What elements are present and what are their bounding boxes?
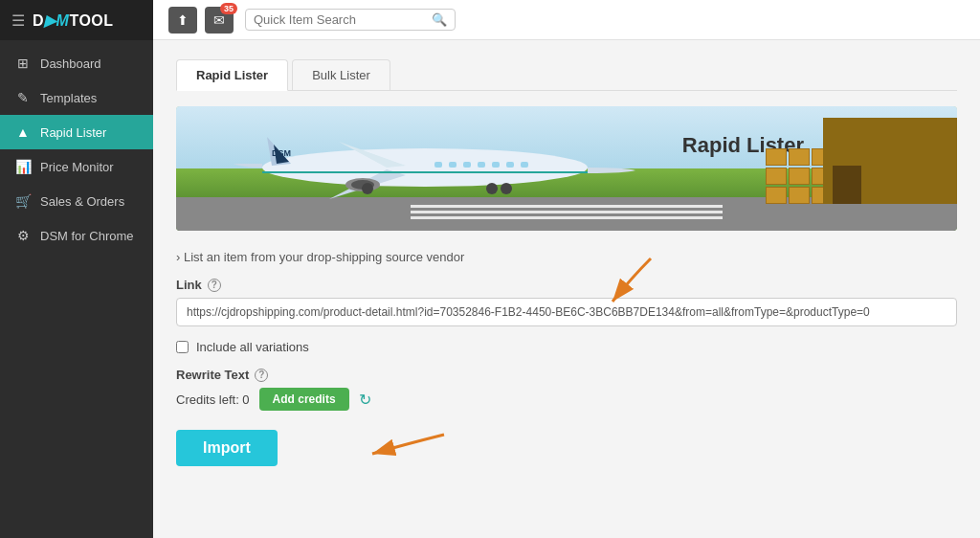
banner: DSM Rapid Lister <box>176 106 957 231</box>
tab-bulk-lister[interactable]: Bulk Lister <box>292 59 390 90</box>
box <box>766 148 787 166</box>
sidebar-item-label: Rapid Lister <box>40 125 106 140</box>
sales-orders-icon: 🛒 <box>15 193 31 209</box>
mail-icon: ✉ <box>213 12 225 28</box>
sidebar-item-sales-orders[interactable]: 🛒 Sales & Orders <box>0 184 153 218</box>
upload-button[interactable]: ⬆ <box>168 7 197 34</box>
rewrite-info-icon[interactable]: ? <box>255 369 268 382</box>
sidebar-item-label: Templates <box>40 91 97 105</box>
warehouse-door <box>833 166 861 204</box>
credits-row: Credits left: 0 Add credits ↻ <box>176 388 957 411</box>
box <box>789 148 810 166</box>
search-icon: 🔍 <box>432 12 447 27</box>
banner-warehouse <box>823 118 957 204</box>
tabs: Rapid Lister Bulk Lister <box>176 59 957 91</box>
upload-icon: ⬆ <box>177 12 189 28</box>
svg-rect-7 <box>492 162 500 168</box>
import-button[interactable]: Import <box>176 430 278 466</box>
mail-badge: 35 <box>220 3 237 14</box>
main-area: ⬆ ✉ 35 🔍 Rapid Lister Bulk Lister <box>153 0 980 538</box>
link-info-icon[interactable]: ? <box>208 279 221 292</box>
sidebar-item-dashboard[interactable]: ⊞ Dashboard <box>0 46 153 80</box>
svg-point-12 <box>501 183 512 194</box>
include-variations-checkbox[interactable] <box>176 341 189 353</box>
sidebar: ☰ D▶MTOOL ⊞ Dashboard ✎ Templates ▲ Rapi… <box>0 0 153 538</box>
price-monitor-icon: 📊 <box>15 159 31 174</box>
box <box>766 168 787 185</box>
link-section: Link ? <box>176 278 957 326</box>
link-label: Link ? <box>176 278 957 292</box>
mail-button[interactable]: ✉ 35 <box>205 7 234 34</box>
include-variations-group: Include all variations <box>176 340 957 354</box>
import-section: Import <box>176 430 957 466</box>
link-input[interactable] <box>176 298 957 326</box>
topbar-icons: ⬆ ✉ 35 <box>168 7 234 34</box>
banner-plane: DSM <box>214 127 693 204</box>
svg-rect-5 <box>463 162 471 168</box>
box <box>766 187 787 204</box>
svg-rect-9 <box>521 162 528 168</box>
sidebar-nav: ⊞ Dashboard ✎ Templates ▲ Rapid Lister 📊… <box>0 40 153 253</box>
logo: D▶MTOOL <box>33 11 114 30</box>
sidebar-item-templates[interactable]: ✎ Templates <box>0 80 153 115</box>
credits-left-label: Credits left: 0 <box>176 392 250 407</box>
sidebar-item-rapid-lister[interactable]: ▲ Rapid Lister <box>0 115 153 149</box>
dsm-chrome-icon: ⚙ <box>15 228 31 243</box>
runway-line <box>411 211 723 213</box>
sidebar-item-label: Price Monitor <box>40 160 114 174</box>
hamburger-icon[interactable]: ☰ <box>11 11 25 30</box>
sidebar-item-label: DSM for Chrome <box>40 229 134 243</box>
arrow-to-import <box>320 420 454 478</box>
box <box>789 168 810 185</box>
rapid-lister-icon: ▲ <box>15 124 31 140</box>
svg-text:DSM: DSM <box>272 148 291 158</box>
add-credits-button[interactable]: Add credits <box>259 388 349 411</box>
airplane-svg: DSM <box>214 127 674 204</box>
search-wrapper: 🔍 <box>245 9 456 31</box>
svg-rect-8 <box>506 162 514 168</box>
dashboard-icon: ⊞ <box>15 56 31 71</box>
rewrite-text-label: Rewrite Text ? <box>176 368 957 382</box>
runway-line <box>411 216 723 219</box>
sidebar-header: ☰ D▶MTOOL <box>0 0 153 40</box>
box <box>789 187 810 204</box>
link-group: Link ? <box>176 278 957 326</box>
sidebar-item-label: Sales & Orders <box>40 194 124 209</box>
svg-point-10 <box>362 183 373 194</box>
svg-rect-4 <box>449 162 457 168</box>
refresh-icon[interactable]: ↻ <box>359 391 371 409</box>
svg-point-11 <box>486 183 498 194</box>
sidebar-item-label: Dashboard <box>40 56 101 71</box>
search-input[interactable] <box>254 12 426 27</box>
svg-rect-3 <box>434 162 442 168</box>
templates-icon: ✎ <box>15 90 31 105</box>
svg-rect-6 <box>478 162 485 168</box>
runway-lines <box>411 205 723 219</box>
rewrite-text-group: Rewrite Text ? Credits left: 0 Add credi… <box>176 368 957 411</box>
sidebar-item-price-monitor[interactable]: 📊 Price Monitor <box>0 149 153 184</box>
runway-line <box>411 205 723 208</box>
svg-point-0 <box>262 148 588 187</box>
section-title: List an item from your drop-shipping sou… <box>176 250 957 264</box>
content-area: Rapid Lister Bulk Lister <box>153 40 980 538</box>
topbar: ⬆ ✉ 35 🔍 <box>153 0 980 40</box>
sidebar-item-dsm-chrome[interactable]: ⚙ DSM for Chrome <box>0 218 153 253</box>
tab-rapid-lister[interactable]: Rapid Lister <box>176 59 288 91</box>
include-variations-label: Include all variations <box>196 340 309 354</box>
